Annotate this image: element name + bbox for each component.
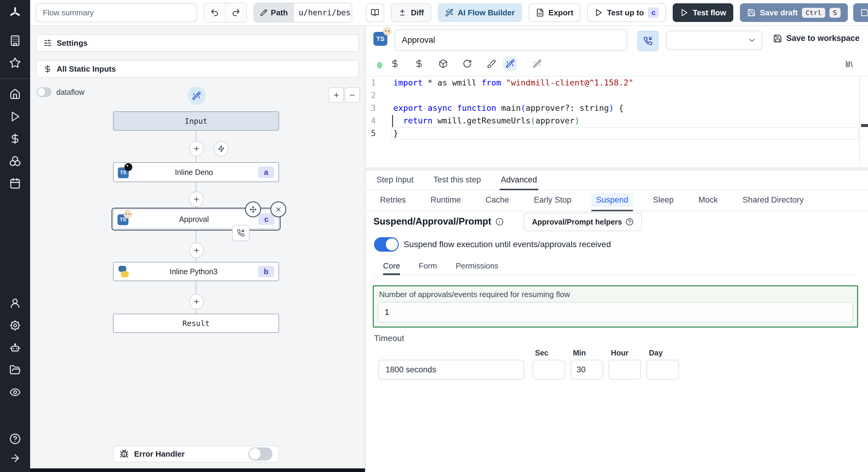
overview-ruler-marker[interactable]	[861, 124, 868, 127]
suspend-tab-permissions[interactable]: Permissions	[456, 258, 498, 275]
library-button[interactable]	[843, 57, 856, 70]
dataflow-toggle[interactable]	[36, 87, 52, 97]
test-up-to-button[interactable]: Test up toc	[587, 3, 666, 22]
path-button[interactable]: Path	[254, 3, 294, 22]
subtab-shared-directory[interactable]: Shared Directory	[738, 190, 809, 211]
lsp-status-icon	[377, 62, 382, 69]
timeout-hour-input[interactable]	[609, 360, 641, 380]
sidebar-item-audit-logs[interactable]	[0, 381, 30, 403]
sidebar-item-settings[interactable]	[0, 314, 30, 337]
save-icon	[861, 8, 868, 17]
ai-flow-builder-button[interactable]: AI Flow Builder	[438, 3, 522, 22]
plus-icon	[193, 196, 200, 203]
flow-summary-input[interactable]	[36, 3, 197, 22]
add-step-button-2[interactable]	[189, 192, 204, 207]
app-window: Path u/henri/bes Diff AI Flow Builder Ex…	[0, 0, 868, 472]
timeout-sec-input[interactable]	[532, 360, 565, 380]
suspend-tab-core[interactable]: Core	[383, 258, 400, 275]
timeout-seconds-input[interactable]	[378, 360, 524, 380]
subtab-retries[interactable]: Retries	[375, 190, 411, 211]
sidebar-item-schedules[interactable]	[0, 172, 30, 195]
calendar-icon	[9, 178, 21, 189]
step-name-input[interactable]	[395, 30, 627, 50]
code-line[interactable]: export async function main(approver?: st…	[393, 102, 850, 114]
code-line[interactable]	[393, 89, 850, 102]
sidebar-expand-button[interactable]	[0, 448, 30, 468]
tab-step-input[interactable]: Step Input	[375, 171, 415, 190]
variables-picker-button[interactable]	[388, 57, 402, 70]
save-draft-button[interactable]: Save draftCtrlS	[740, 3, 848, 22]
sidebar-item-folders[interactable]	[0, 359, 30, 381]
move-step-button[interactable]	[245, 201, 261, 217]
robot-icon	[9, 342, 21, 353]
delete-step-button[interactable]	[270, 201, 286, 217]
ai-graph-assistant-button[interactable]	[187, 87, 206, 105]
format-button[interactable]	[484, 57, 498, 70]
subtab-suspend[interactable]: Suspend	[591, 190, 633, 211]
sidebar-item-favorites[interactable]	[0, 52, 30, 74]
sidebar-item-home[interactable]	[0, 83, 30, 105]
code-line[interactable]: return wmill.getResumeUrls(approver)	[393, 114, 850, 127]
template-select[interactable]	[666, 31, 762, 50]
editor-resize-handle[interactable]	[366, 167, 868, 171]
tab-advanced[interactable]: Advanced	[500, 171, 538, 190]
add-trigger-button[interactable]	[214, 141, 228, 157]
add-step-button-3[interactable]	[189, 243, 204, 258]
timeout-min-input[interactable]	[570, 360, 603, 380]
code-line[interactable]: import * as wmill from "windmill-client@…	[393, 76, 850, 89]
suspend-tab-form[interactable]: Form	[418, 258, 437, 275]
windmill-logo[interactable]	[0, 0, 30, 25]
export-button[interactable]: Export	[529, 3, 581, 22]
flow-node-input[interactable]: Input	[113, 111, 279, 131]
tab-test-this-step[interactable]: Test this step	[432, 171, 482, 190]
sidebar-item-variables[interactable]	[0, 128, 30, 150]
package-button[interactable]	[436, 57, 450, 70]
sidebar-item-help[interactable]	[0, 429, 30, 448]
approvals-count-input[interactable]	[378, 302, 853, 323]
save-to-workspace-button[interactable]: Save to workspace	[773, 34, 860, 43]
path-value[interactable]: u/henri/bes	[294, 3, 352, 22]
test-flow-button[interactable]: Test flow	[673, 3, 733, 22]
subtab-sleep[interactable]: Sleep	[648, 190, 678, 211]
suspend-flow-toggle[interactable]	[374, 237, 399, 251]
sidebar-item-runs[interactable]	[0, 105, 30, 128]
add-step-button-4[interactable]	[189, 294, 204, 309]
error-handler-toggle[interactable]	[248, 447, 273, 461]
ai-assistant-button[interactable]	[503, 57, 517, 70]
reload-button[interactable]	[460, 57, 474, 70]
wand-sparkles-icon	[505, 59, 515, 68]
flow-node-approval-selected[interactable]: TS Approval c	[112, 208, 281, 231]
sidebar-item-workers[interactable]	[0, 337, 30, 359]
subtab-runtime[interactable]: Runtime	[426, 190, 466, 211]
subtab-early-stop[interactable]: Early Stop	[529, 190, 576, 211]
timeout-day-input[interactable]	[647, 360, 679, 380]
flow-node-inline-python3[interactable]: Inline Python3 b	[113, 262, 279, 281]
play-icon	[680, 8, 688, 17]
approval-prompt-helpers-button[interactable]: Approval/Prompt helpers	[524, 212, 642, 231]
info-icon[interactable]	[495, 217, 504, 226]
approval-step-toggle-button[interactable]	[638, 31, 658, 51]
subtab-mock[interactable]: Mock	[693, 190, 723, 211]
sidebar-item-workspace[interactable]	[0, 30, 30, 52]
zoom-in-button[interactable]	[329, 87, 344, 103]
code-lines[interactable]: import * as wmill from "windmill-client@…	[393, 76, 850, 140]
all-static-inputs-button[interactable]: All Static Inputs	[36, 60, 359, 78]
diff-button[interactable]: Diff	[391, 3, 431, 22]
sidebar-item-resources[interactable]	[0, 150, 30, 172]
flow-node-inline-deno[interactable]: TS Inline Deno a	[113, 162, 279, 182]
undo-button[interactable]	[204, 3, 225, 22]
deploy-button-partial[interactable]	[853, 3, 868, 22]
zoom-out-button[interactable]	[344, 87, 360, 103]
plus-icon	[193, 145, 200, 152]
ai-disabled-button[interactable]	[530, 57, 544, 70]
docs-button[interactable]	[366, 3, 384, 22]
sidebar-item-users[interactable]	[0, 292, 30, 314]
suspend-phone-badge[interactable]	[232, 225, 250, 241]
code-line[interactable]: }	[393, 127, 850, 140]
flow-settings-button[interactable]: Settings	[36, 34, 359, 52]
add-step-button-1[interactable]	[189, 141, 204, 157]
flow-node-result[interactable]: Result	[113, 314, 279, 333]
resources-picker-button[interactable]	[412, 57, 426, 70]
redo-button[interactable]	[225, 3, 246, 22]
subtab-cache[interactable]: Cache	[481, 190, 514, 211]
